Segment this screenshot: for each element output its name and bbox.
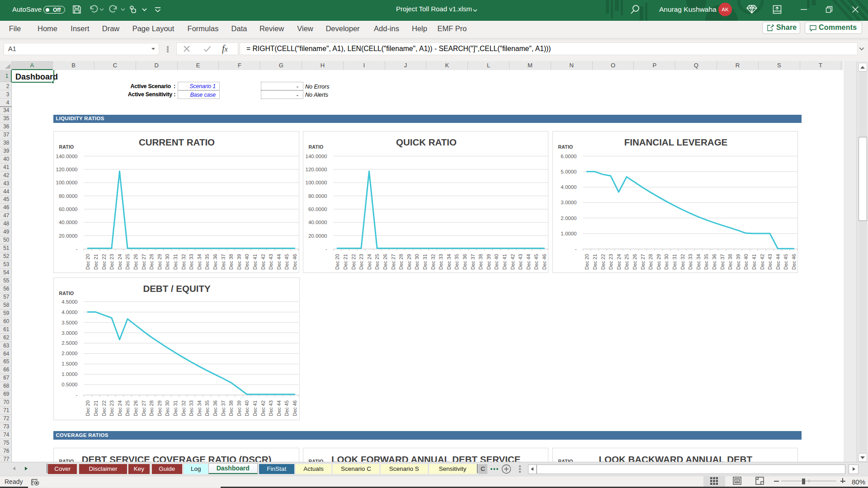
svg-text:120.0000: 120.0000 (56, 166, 77, 172)
svg-text:Dec 28: Dec 28 (149, 254, 154, 270)
svg-text:60.0000: 60.0000 (58, 206, 77, 211)
svg-text:Dec 28: Dec 28 (648, 254, 653, 270)
svg-text:Dec 35: Dec 35 (204, 400, 210, 416)
svg-text:Dec 26: Dec 26 (132, 400, 138, 416)
svg-text:Dec 20: Dec 20 (85, 400, 90, 416)
svg-text:Dec 25: Dec 25 (125, 254, 130, 270)
svg-text:Dec 28: Dec 28 (398, 254, 404, 270)
svg-text:Dec 27: Dec 27 (141, 254, 146, 270)
svg-text:Dec 29: Dec 29 (656, 254, 661, 270)
svg-text:Dec 30: Dec 30 (165, 400, 170, 416)
svg-text:Dec 26: Dec 26 (382, 254, 387, 270)
svg-text:Dec 24: Dec 24 (117, 254, 122, 270)
svg-text:Dec 43: Dec 43 (518, 254, 523, 270)
svg-text:Dec 37: Dec 37 (220, 254, 226, 270)
svg-text:2.0000: 2.0000 (61, 351, 77, 356)
svg-text:Dec 43: Dec 43 (268, 400, 274, 416)
svg-text:Dec 30: Dec 30 (165, 254, 170, 270)
svg-text:Dec 41: Dec 41 (252, 400, 257, 416)
svg-text:Dec 23: Dec 23 (109, 400, 114, 416)
svg-text:4.5000: 4.5000 (61, 299, 77, 305)
svg-text:-: - (75, 392, 77, 398)
svg-text:Dec 46: Dec 46 (541, 254, 547, 270)
svg-text:Dec 32: Dec 32 (180, 254, 186, 270)
svg-text:Dec 45: Dec 45 (284, 254, 289, 270)
svg-text:3.0000: 3.0000 (61, 330, 77, 336)
svg-text:Dec 25: Dec 25 (125, 400, 130, 416)
svg-text:5.0000: 5.0000 (561, 169, 576, 174)
svg-text:Dec 42: Dec 42 (260, 254, 265, 270)
svg-text:Dec 29: Dec 29 (156, 254, 162, 270)
svg-text:Dec 32: Dec 32 (430, 254, 435, 270)
svg-text:1.0000: 1.0000 (61, 371, 77, 377)
svg-text:1.5000: 1.5000 (61, 361, 77, 366)
svg-text:4.0000: 4.0000 (61, 310, 77, 315)
svg-text:Dec 34: Dec 34 (196, 400, 202, 416)
svg-text:RATIO: RATIO (308, 144, 323, 150)
svg-text:Dec 26: Dec 26 (132, 254, 138, 270)
svg-text:Dec 44: Dec 44 (276, 400, 281, 416)
svg-text:Dec 39: Dec 39 (486, 254, 491, 270)
svg-text:Dec 23: Dec 23 (608, 254, 613, 270)
svg-text:Dec 22: Dec 22 (350, 254, 356, 270)
svg-text:Dec 34: Dec 34 (695, 254, 701, 270)
svg-text:Dec 20: Dec 20 (335, 254, 340, 270)
svg-text:Dec 41: Dec 41 (501, 254, 507, 270)
svg-text:120.0000: 120.0000 (305, 166, 327, 172)
svg-text:Dec 40: Dec 40 (244, 400, 250, 416)
svg-text:Dec 22: Dec 22 (101, 254, 106, 270)
svg-text:DEBT / EQUITY: DEBT / EQUITY (143, 283, 211, 294)
svg-text:Dec 27: Dec 27 (390, 254, 396, 270)
svg-text:Dec 33: Dec 33 (438, 254, 443, 270)
svg-text:Dec 24: Dec 24 (366, 254, 372, 270)
svg-text:3.0000: 3.0000 (561, 200, 576, 205)
svg-text:Dec 31: Dec 31 (671, 254, 677, 270)
svg-text:Dec 32: Dec 32 (180, 400, 186, 416)
svg-text:Dec 44: Dec 44 (525, 254, 531, 270)
svg-text:CURRENT RATIO: CURRENT RATIO (138, 136, 214, 147)
svg-text:Dec 32: Dec 32 (679, 254, 685, 270)
svg-text:Dec 36: Dec 36 (212, 400, 217, 416)
svg-text:Dec 40: Dec 40 (244, 254, 250, 270)
svg-text:Dec 36: Dec 36 (212, 254, 217, 270)
svg-text:20.0000: 20.0000 (58, 233, 77, 238)
svg-text:Dec 35: Dec 35 (454, 254, 459, 270)
svg-text:1.0000: 1.0000 (561, 230, 576, 236)
svg-text:100.0000: 100.0000 (305, 180, 327, 185)
svg-text:Dec 42: Dec 42 (509, 254, 515, 270)
svg-text:Dec 43: Dec 43 (767, 254, 773, 270)
svg-text:Dec 39: Dec 39 (735, 254, 741, 270)
svg-text:Dec 35: Dec 35 (204, 254, 210, 270)
svg-text:40.0000: 40.0000 (58, 220, 77, 225)
svg-text:Dec 34: Dec 34 (446, 254, 451, 270)
svg-text:-: - (75, 246, 77, 252)
svg-text:-: - (325, 246, 327, 252)
svg-text:Dec 27: Dec 27 (640, 254, 645, 270)
svg-text:100.0000: 100.0000 (56, 180, 77, 185)
svg-text:6.0000: 6.0000 (561, 153, 576, 159)
svg-text:Dec 24: Dec 24 (616, 254, 621, 270)
svg-text:80.0000: 80.0000 (58, 193, 77, 198)
svg-text:Dec 45: Dec 45 (284, 400, 289, 416)
svg-text:Dec 45: Dec 45 (533, 254, 539, 270)
svg-text:Dec 38: Dec 38 (228, 400, 234, 416)
svg-text:Dec 39: Dec 39 (236, 254, 241, 270)
svg-text:Dec 37: Dec 37 (470, 254, 475, 270)
svg-text:Dec 21: Dec 21 (93, 400, 98, 416)
svg-text:Dec 20: Dec 20 (584, 254, 590, 270)
svg-text:Dec 41: Dec 41 (252, 254, 257, 270)
svg-text:Dec 35: Dec 35 (703, 254, 709, 270)
svg-text:Dec 25: Dec 25 (624, 254, 629, 270)
svg-text:Dec 23: Dec 23 (359, 254, 364, 270)
svg-text:Dec 22: Dec 22 (101, 400, 106, 416)
svg-text:QUICK RATIO: QUICK RATIO (396, 136, 456, 147)
svg-text:Dec 43: Dec 43 (268, 254, 274, 270)
svg-text:Dec 36: Dec 36 (711, 254, 717, 270)
svg-text:80.0000: 80.0000 (308, 193, 327, 198)
svg-text:Dec 31: Dec 31 (172, 254, 178, 270)
svg-text:Dec 31: Dec 31 (172, 400, 178, 416)
svg-text:Dec 21: Dec 21 (592, 254, 597, 270)
svg-text:Dec 46: Dec 46 (292, 400, 297, 416)
svg-text:Dec 29: Dec 29 (156, 400, 162, 416)
svg-text:FINANCIAL LEVERAGE: FINANCIAL LEVERAGE (624, 136, 727, 147)
